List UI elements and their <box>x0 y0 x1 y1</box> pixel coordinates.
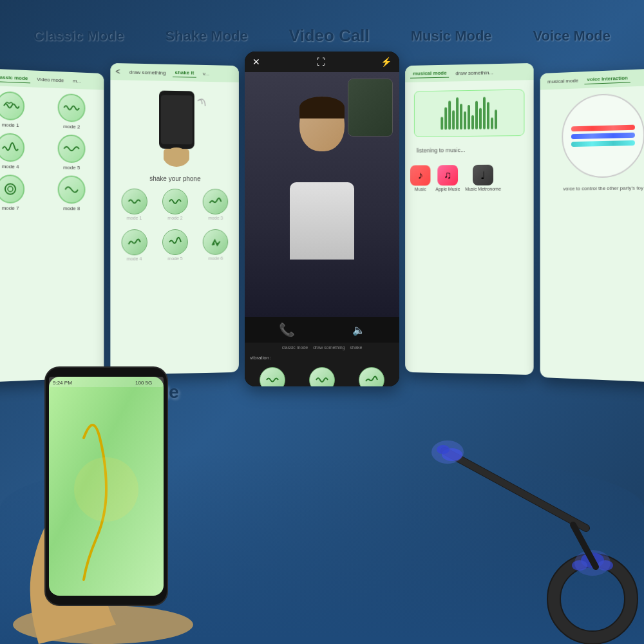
video-expand-icon[interactable]: ⛶ <box>316 57 325 67</box>
music-app-3[interactable]: ♩ Music Metronome <box>465 165 501 191</box>
music-draw-tab[interactable]: draw somethin... <box>453 68 496 77</box>
mode-5-label: mode 5 <box>63 165 80 171</box>
draw-something-vtab[interactable]: draw something <box>313 345 345 350</box>
video-mode-tab[interactable]: Video mode <box>34 75 66 84</box>
music-app-2[interactable]: ♫ Apple Music <box>435 165 460 191</box>
voice-mode-screen: musical mode voice interaction voice to … <box>540 68 644 383</box>
vvib-1-icon <box>260 367 285 386</box>
eq-bar-7 <box>464 111 466 129</box>
mode-circle-8[interactable]: mode 8 <box>44 175 99 211</box>
video-vib-mode-2[interactable]: mode 2 <box>299 367 345 386</box>
shake-draw-tab[interactable]: draw something <box>127 68 169 77</box>
svg-rect-5 <box>164 149 189 162</box>
video-call-screen: ✕ ⛶ ⚡ 📞 🔈 classic mode <box>245 52 399 386</box>
small-video-inner <box>348 79 392 136</box>
svg-text:100 5G: 100 5G <box>135 380 152 386</box>
hand-phone-area: 9:24 PM 100 5G <box>0 309 258 644</box>
eq-bar-11 <box>479 108 482 129</box>
shake-phone-illustration <box>143 87 207 171</box>
video-vib-mode-3[interactable]: mode 3 <box>348 367 394 386</box>
shake-vtab[interactable]: shake <box>350 345 363 350</box>
person-head <box>299 97 345 151</box>
eq-bar-6 <box>460 104 462 129</box>
shake-mode-3-label: mode 3 <box>208 216 223 220</box>
video-mode-label: Video Call <box>289 26 370 46</box>
eq-bar-1 <box>440 117 443 130</box>
wave-blue <box>571 133 635 139</box>
svg-point-14 <box>74 457 138 522</box>
shake-it-tab[interactable]: shake it <box>173 68 197 78</box>
eq-bar-5 <box>456 97 459 129</box>
vibration-section: vibration: <box>245 352 399 363</box>
music-app-2-label: Apple Music <box>435 187 460 191</box>
musical-mode-tab[interactable]: musical mode <box>410 69 450 79</box>
music-app-1[interactable]: ♪ Music <box>410 165 431 191</box>
shake-vib-mode-2[interactable]: mode 2 <box>156 189 193 220</box>
music-app-3-icon: ♩ <box>473 165 493 185</box>
mode-7-label: mode 7 <box>2 205 19 211</box>
shake-v-tab[interactable]: v... <box>200 69 212 77</box>
shake-screen-header: < draw something shake it v... <box>110 63 239 82</box>
mode-5-icon <box>58 135 86 164</box>
shake-vib-mode-6[interactable]: mode 6 <box>197 229 234 261</box>
video-vib-mode-1[interactable]: mode 1 <box>250 367 296 386</box>
music-screen-header: musical mode draw somethin... <box>405 63 534 82</box>
mode-2-label: mode 2 <box>63 124 80 130</box>
voice-musical-tab[interactable]: musical mode <box>545 76 581 86</box>
svg-point-19 <box>431 440 464 464</box>
mode-circle-5[interactable]: mode 5 <box>44 134 99 171</box>
shake-vib-5-icon <box>162 229 188 255</box>
voice-interaction-tab[interactable]: voice interaction <box>585 73 630 84</box>
classic-tab[interactable]: classic mode <box>0 73 30 83</box>
mode-circle-4[interactable]: mode 4 <box>0 133 39 170</box>
svg-point-6 <box>213 243 215 245</box>
eq-display <box>414 89 525 137</box>
video-bottom-tabs: classic mode draw something shake <box>245 343 399 352</box>
volume-icon[interactable]: 🔈 <box>352 324 365 336</box>
shake-back-icon[interactable]: < <box>115 67 120 76</box>
wave-red <box>571 125 635 132</box>
music-mode-label: Music Mode <box>411 28 492 44</box>
mode-circle-1[interactable]: mode 1 <box>0 91 39 129</box>
svg-text:9:24 PM: 9:24 PM <box>53 380 72 386</box>
person-body <box>290 182 354 260</box>
video-header: ✕ ⛶ ⚡ <box>245 52 399 72</box>
shake-vib-4-icon <box>121 229 147 255</box>
end-call-icon[interactable]: 📞 <box>279 322 295 337</box>
mode-2-icon <box>58 93 86 122</box>
mode-4-icon <box>0 133 24 162</box>
mode-7-icon <box>0 175 24 204</box>
shake-vib-mode-3[interactable]: mode 3 <box>197 189 234 220</box>
music-app-1-label: Music <box>415 187 426 191</box>
svg-point-0 <box>5 184 15 194</box>
mode-1-label: mode 1 <box>2 122 19 128</box>
shake-content: shake your phone <box>110 80 239 189</box>
hand-svg: 9:24 PM 100 5G <box>0 309 258 644</box>
music-apps-row: ♪ Music ♫ Apple Music ♩ Music Metronome <box>405 162 534 194</box>
classic-mode-vtab[interactable]: classic mode <box>282 345 308 350</box>
svg-rect-3 <box>161 95 193 145</box>
video-close-icon[interactable]: ✕ <box>252 57 260 67</box>
music-app-3-label: Music Metronome <box>465 187 501 191</box>
more-tab[interactable]: m... <box>70 76 84 85</box>
voice-mode-label: Voice Mode <box>533 28 611 44</box>
shake-vib-2-icon <box>162 189 188 214</box>
vvib-2-icon <box>309 367 335 386</box>
svg-point-1 <box>8 186 13 191</box>
mode-8-icon <box>58 175 86 204</box>
eq-bar-3 <box>448 100 451 129</box>
eq-bar-4 <box>452 110 455 129</box>
mode-circle-7[interactable]: mode 7 <box>0 175 39 211</box>
music-wave-area: listening to music... <box>405 80 534 163</box>
product-device-area <box>406 399 644 644</box>
shake-your-phone-label: shake your phone <box>149 175 200 182</box>
mode-circle-2[interactable]: mode 2 <box>44 93 99 130</box>
shake-vib-mode-5[interactable]: mode 5 <box>156 229 193 261</box>
music-mode-screen: musical mode draw somethin... <box>405 63 534 375</box>
shake-vib-mode-1[interactable]: mode 1 <box>115 189 153 220</box>
person-hair <box>299 97 345 118</box>
shake-vib-mode-4[interactable]: mode 4 <box>115 229 153 261</box>
bluetooth-icon[interactable]: ⚡ <box>381 57 392 67</box>
classic-mode-label: Classic Mode <box>33 28 124 44</box>
shake-mode-5-label: mode 5 <box>167 256 182 261</box>
